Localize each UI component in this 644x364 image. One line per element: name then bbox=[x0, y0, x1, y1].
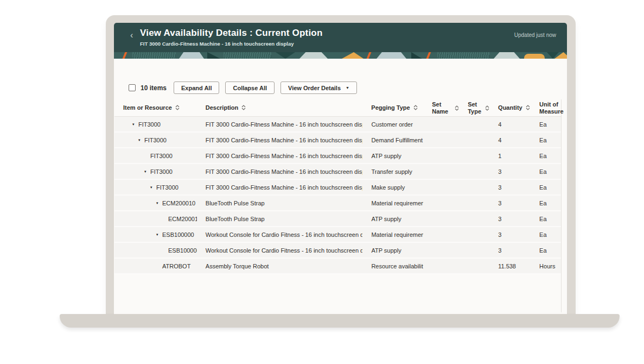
item-code: FIT3000 bbox=[150, 168, 173, 175]
column-label: Set Name bbox=[432, 101, 451, 115]
cell-quantity: 3 bbox=[489, 231, 531, 238]
back-chevron-icon[interactable]: ‹ bbox=[130, 31, 133, 40]
cell-quantity: 3 bbox=[489, 200, 531, 206]
expand-all-button[interactable]: Expand All bbox=[174, 81, 219, 94]
table-row[interactable]: ESB100000Workout Console for Cardio Fitn… bbox=[114, 243, 561, 259]
table-row[interactable]: ▾FIT3000FIT 3000 Cardio-Fitness Machine … bbox=[114, 180, 561, 196]
cell-pegging_type: Transfer supply bbox=[362, 168, 423, 175]
decorative-band bbox=[114, 52, 567, 59]
table-row[interactable]: ▾ESB100000Workout Console for Cardio Fit… bbox=[114, 227, 561, 243]
column-header-set_type[interactable]: Set Type bbox=[459, 101, 489, 115]
table-row[interactable]: ▾FIT3000FIT 3000 Cardio-Fitness Machine … bbox=[114, 117, 561, 133]
cell-uom: Ea bbox=[531, 121, 561, 128]
item-code: FIT3000 bbox=[138, 121, 161, 128]
view-order-details-label: View Order Details bbox=[288, 85, 341, 91]
column-header-quantity[interactable]: Quantity bbox=[489, 104, 531, 111]
cell-uom: Ea bbox=[531, 247, 561, 254]
column-label: Unit of Measure bbox=[539, 101, 564, 115]
cell-quantity: 3 bbox=[489, 168, 531, 175]
item-code: ECM200010 bbox=[162, 200, 195, 206]
app-screen: ‹ View Availability Details : Current Op… bbox=[114, 23, 567, 314]
row-expand-caret-icon[interactable]: ▾ bbox=[138, 138, 144, 142]
item-code: ATROBOT bbox=[162, 263, 190, 269]
column-label: Description bbox=[206, 104, 239, 111]
row-expand-caret-icon[interactable]: ▾ bbox=[156, 201, 162, 205]
laptop-base bbox=[60, 314, 620, 328]
cell-item: ECM200010 bbox=[114, 216, 197, 222]
sort-icon[interactable] bbox=[175, 105, 180, 110]
row-expand-caret-icon[interactable]: ▾ bbox=[150, 185, 156, 189]
cell-item: FIT3000 bbox=[114, 153, 197, 159]
cell-description: FIT 3000 Cardio-Fitness Machine - 16 inc… bbox=[197, 153, 363, 159]
column-header-description[interactable]: Description bbox=[197, 104, 363, 111]
table-header-row: Item or ResourceDescriptionPegging TypeS… bbox=[114, 99, 561, 117]
table-row[interactable]: FIT3000FIT 3000 Cardio-Fitness Machine -… bbox=[114, 148, 561, 164]
cell-uom: Ea bbox=[531, 168, 561, 175]
cell-description: Workout Console for Cardio Fitness - 16 … bbox=[197, 231, 363, 238]
cell-quantity: 11.538 bbox=[489, 263, 531, 269]
column-header-item[interactable]: Item or Resource bbox=[114, 104, 197, 111]
cell-quantity: 3 bbox=[489, 247, 531, 254]
table-row[interactable]: ATROBOTAssembly Torque RobotResource ava… bbox=[114, 259, 561, 274]
cell-item: ▾ECM200010 bbox=[114, 200, 197, 206]
table-body: ▾FIT3000FIT 3000 Cardio-Fitness Machine … bbox=[114, 117, 561, 274]
column-label: Quantity bbox=[498, 104, 522, 111]
select-all-checkbox[interactable] bbox=[129, 84, 136, 91]
cell-description: FIT 3000 Cardio-Fitness Machine - 16 inc… bbox=[197, 137, 363, 143]
cell-quantity: 4 bbox=[489, 121, 531, 128]
laptop-bezel: ‹ View Availability Details : Current Op… bbox=[106, 15, 576, 314]
page-subtitle: FIT 3000 Cardio-Fitness Machine - 16 inc… bbox=[140, 41, 294, 47]
table-row[interactable]: ECM200010BlueTooth Pulse StrapATP supply… bbox=[114, 211, 561, 227]
item-code: FIT3000 bbox=[156, 184, 178, 191]
sort-icon[interactable] bbox=[413, 105, 418, 110]
sort-icon[interactable] bbox=[241, 105, 246, 110]
cell-description: FIT 3000 Cardio-Fitness Machine - 16 inc… bbox=[197, 121, 363, 128]
cell-pegging_type: Material requirement bbox=[362, 231, 423, 238]
column-label: Item or Resource bbox=[123, 104, 172, 111]
sort-icon[interactable] bbox=[455, 105, 459, 111]
cell-pegging_type: ATP supply bbox=[362, 216, 423, 222]
row-expand-caret-icon[interactable]: ▾ bbox=[156, 233, 162, 236]
column-header-pegging_type[interactable]: Pegging Type bbox=[362, 104, 423, 111]
cell-pegging_type: ATP supply bbox=[362, 153, 423, 159]
cell-quantity: 4 bbox=[489, 137, 531, 143]
cell-pegging_type: Demand Fulfillment bbox=[362, 137, 423, 143]
cell-uom: Ea bbox=[531, 184, 561, 191]
cell-description: FIT 3000 Cardio-Fitness Machine - 16 inc… bbox=[197, 168, 363, 175]
row-expand-caret-icon[interactable]: ▾ bbox=[144, 170, 150, 173]
availability-table: Item or ResourceDescriptionPegging TypeS… bbox=[114, 99, 562, 312]
cell-pegging_type: ATP supply bbox=[362, 247, 423, 254]
toolbar: 10 items Expand All Collapse All View Or… bbox=[129, 81, 567, 94]
cell-quantity: 1 bbox=[489, 153, 531, 159]
collapse-all-label: Collapse All bbox=[233, 85, 267, 91]
sort-icon[interactable] bbox=[485, 105, 489, 111]
cell-pegging_type: Resource availability bbox=[362, 263, 423, 269]
cell-description: Assembly Torque Robot bbox=[197, 263, 363, 269]
item-code: FIT3000 bbox=[144, 137, 167, 143]
sort-icon[interactable] bbox=[526, 105, 530, 110]
cell-uom: Ea bbox=[531, 153, 561, 159]
cell-description: Workout Console for Cardio Fitness - 16 … bbox=[197, 247, 363, 254]
column-header-set_name[interactable]: Set Name bbox=[423, 101, 459, 115]
column-header-uom[interactable]: Unit of Measure bbox=[531, 101, 561, 115]
cell-item: ▾FIT3000 bbox=[114, 137, 197, 143]
table-row[interactable]: ▾ECM200010BlueTooth Pulse StrapMaterial … bbox=[114, 196, 561, 211]
cell-pegging_type: Customer order bbox=[362, 121, 423, 128]
row-expand-caret-icon[interactable]: ▾ bbox=[132, 122, 138, 126]
page-header: ‹ View Availability Details : Current Op… bbox=[114, 23, 567, 52]
table-row[interactable]: ▾FIT3000FIT 3000 Cardio-Fitness Machine … bbox=[114, 164, 561, 180]
cell-quantity: 3 bbox=[489, 216, 531, 222]
item-code: FIT3000 bbox=[150, 153, 173, 159]
collapse-all-button[interactable]: Collapse All bbox=[225, 81, 275, 94]
page-title: View Availability Details : Current Opti… bbox=[140, 28, 323, 39]
item-code: ESB100000 bbox=[168, 247, 197, 254]
cell-uom: Ea bbox=[531, 200, 561, 206]
cell-item: ▾FIT3000 bbox=[114, 184, 197, 191]
dropdown-caret-icon: ▼ bbox=[346, 86, 349, 90]
cell-description: BlueTooth Pulse Strap bbox=[197, 216, 363, 222]
table-row[interactable]: ▾FIT3000FIT 3000 Cardio-Fitness Machine … bbox=[114, 133, 561, 148]
updated-status: Updated just now bbox=[514, 32, 556, 38]
cell-description: FIT 3000 Cardio-Fitness Machine - 16 inc… bbox=[197, 184, 363, 191]
items-count-label: 10 items bbox=[141, 84, 167, 92]
view-order-details-button[interactable]: View Order Details ▼ bbox=[280, 81, 357, 94]
